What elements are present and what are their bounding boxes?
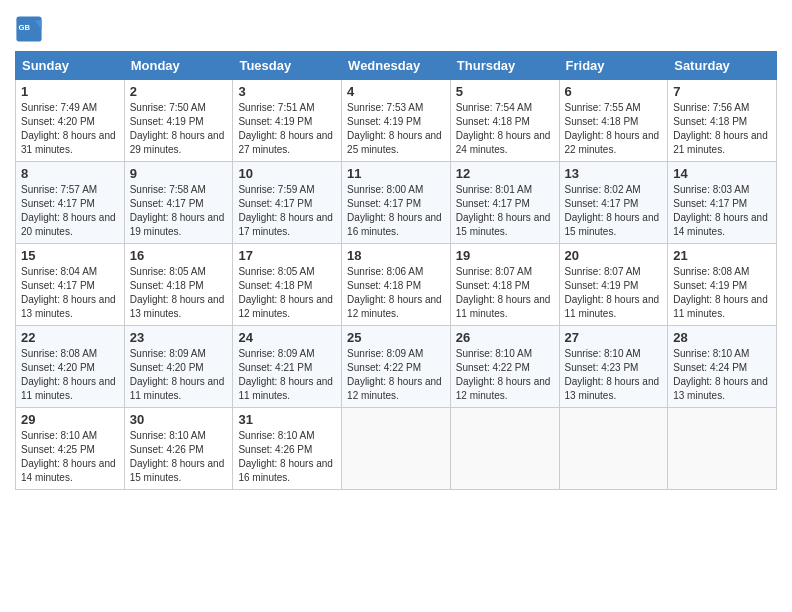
- day-number: 19: [456, 248, 554, 263]
- day-info: Sunrise: 8:08 AMSunset: 4:20 PMDaylight:…: [21, 347, 119, 403]
- calendar-week-row: 22Sunrise: 8:08 AMSunset: 4:20 PMDayligh…: [16, 326, 777, 408]
- calendar-day-cell: 2Sunrise: 7:50 AMSunset: 4:19 PMDaylight…: [124, 80, 233, 162]
- calendar-day-header: Thursday: [450, 52, 559, 80]
- calendar-day-header: Friday: [559, 52, 668, 80]
- day-info: Sunrise: 8:08 AMSunset: 4:19 PMDaylight:…: [673, 265, 771, 321]
- calendar-day-header: Tuesday: [233, 52, 342, 80]
- day-info: Sunrise: 8:01 AMSunset: 4:17 PMDaylight:…: [456, 183, 554, 239]
- day-number: 25: [347, 330, 445, 345]
- calendar-day-cell: 18Sunrise: 8:06 AMSunset: 4:18 PMDayligh…: [342, 244, 451, 326]
- day-number: 9: [130, 166, 228, 181]
- calendar-day-cell: 12Sunrise: 8:01 AMSunset: 4:17 PMDayligh…: [450, 162, 559, 244]
- day-number: 21: [673, 248, 771, 263]
- day-info: Sunrise: 7:50 AMSunset: 4:19 PMDaylight:…: [130, 101, 228, 157]
- day-info: Sunrise: 8:05 AMSunset: 4:18 PMDaylight:…: [130, 265, 228, 321]
- day-number: 2: [130, 84, 228, 99]
- calendar-day-cell: 31Sunrise: 8:10 AMSunset: 4:26 PMDayligh…: [233, 408, 342, 490]
- day-info: Sunrise: 8:09 AMSunset: 4:22 PMDaylight:…: [347, 347, 445, 403]
- day-info: Sunrise: 8:07 AMSunset: 4:18 PMDaylight:…: [456, 265, 554, 321]
- calendar-day-cell: 15Sunrise: 8:04 AMSunset: 4:17 PMDayligh…: [16, 244, 125, 326]
- day-number: 6: [565, 84, 663, 99]
- calendar-day-header: Sunday: [16, 52, 125, 80]
- calendar-day-cell: 17Sunrise: 8:05 AMSunset: 4:18 PMDayligh…: [233, 244, 342, 326]
- logo: GB: [15, 15, 47, 43]
- calendar-day-cell: 26Sunrise: 8:10 AMSunset: 4:22 PMDayligh…: [450, 326, 559, 408]
- calendar-day-cell: 28Sunrise: 8:10 AMSunset: 4:24 PMDayligh…: [668, 326, 777, 408]
- calendar-day-cell: 22Sunrise: 8:08 AMSunset: 4:20 PMDayligh…: [16, 326, 125, 408]
- day-info: Sunrise: 7:51 AMSunset: 4:19 PMDaylight:…: [238, 101, 336, 157]
- day-info: Sunrise: 8:06 AMSunset: 4:18 PMDaylight:…: [347, 265, 445, 321]
- day-number: 26: [456, 330, 554, 345]
- calendar-day-cell: 9Sunrise: 7:58 AMSunset: 4:17 PMDaylight…: [124, 162, 233, 244]
- day-info: Sunrise: 8:07 AMSunset: 4:19 PMDaylight:…: [565, 265, 663, 321]
- day-info: Sunrise: 8:10 AMSunset: 4:23 PMDaylight:…: [565, 347, 663, 403]
- day-number: 1: [21, 84, 119, 99]
- calendar-day-cell: 3Sunrise: 7:51 AMSunset: 4:19 PMDaylight…: [233, 80, 342, 162]
- day-info: Sunrise: 7:59 AMSunset: 4:17 PMDaylight:…: [238, 183, 336, 239]
- day-info: Sunrise: 7:49 AMSunset: 4:20 PMDaylight:…: [21, 101, 119, 157]
- day-info: Sunrise: 8:03 AMSunset: 4:17 PMDaylight:…: [673, 183, 771, 239]
- calendar-day-cell: 21Sunrise: 8:08 AMSunset: 4:19 PMDayligh…: [668, 244, 777, 326]
- day-info: Sunrise: 8:10 AMSunset: 4:24 PMDaylight:…: [673, 347, 771, 403]
- calendar-day-cell: 23Sunrise: 8:09 AMSunset: 4:20 PMDayligh…: [124, 326, 233, 408]
- calendar-day-cell: [559, 408, 668, 490]
- calendar-day-cell: 10Sunrise: 7:59 AMSunset: 4:17 PMDayligh…: [233, 162, 342, 244]
- calendar-week-row: 1Sunrise: 7:49 AMSunset: 4:20 PMDaylight…: [16, 80, 777, 162]
- calendar-week-row: 29Sunrise: 8:10 AMSunset: 4:25 PMDayligh…: [16, 408, 777, 490]
- day-info: Sunrise: 7:54 AMSunset: 4:18 PMDaylight:…: [456, 101, 554, 157]
- day-number: 20: [565, 248, 663, 263]
- day-number: 17: [238, 248, 336, 263]
- day-number: 8: [21, 166, 119, 181]
- day-number: 12: [456, 166, 554, 181]
- calendar-day-header: Saturday: [668, 52, 777, 80]
- calendar-day-cell: [450, 408, 559, 490]
- calendar-day-cell: 27Sunrise: 8:10 AMSunset: 4:23 PMDayligh…: [559, 326, 668, 408]
- calendar-day-cell: 25Sunrise: 8:09 AMSunset: 4:22 PMDayligh…: [342, 326, 451, 408]
- svg-text:GB: GB: [19, 23, 31, 32]
- day-number: 28: [673, 330, 771, 345]
- day-info: Sunrise: 8:00 AMSunset: 4:17 PMDaylight:…: [347, 183, 445, 239]
- day-number: 5: [456, 84, 554, 99]
- day-number: 13: [565, 166, 663, 181]
- calendar-day-cell: 13Sunrise: 8:02 AMSunset: 4:17 PMDayligh…: [559, 162, 668, 244]
- calendar-header-row: SundayMondayTuesdayWednesdayThursdayFrid…: [16, 52, 777, 80]
- calendar-day-cell: 20Sunrise: 8:07 AMSunset: 4:19 PMDayligh…: [559, 244, 668, 326]
- calendar-day-cell: 30Sunrise: 8:10 AMSunset: 4:26 PMDayligh…: [124, 408, 233, 490]
- calendar-day-cell: 8Sunrise: 7:57 AMSunset: 4:17 PMDaylight…: [16, 162, 125, 244]
- day-number: 27: [565, 330, 663, 345]
- calendar-day-header: Monday: [124, 52, 233, 80]
- page-container: GB SundayMondayTuesdayWednesdayThursdayF…: [0, 0, 792, 500]
- day-number: 14: [673, 166, 771, 181]
- day-info: Sunrise: 8:09 AMSunset: 4:20 PMDaylight:…: [130, 347, 228, 403]
- calendar-day-header: Wednesday: [342, 52, 451, 80]
- day-number: 3: [238, 84, 336, 99]
- calendar-day-cell: [342, 408, 451, 490]
- day-number: 11: [347, 166, 445, 181]
- day-info: Sunrise: 8:10 AMSunset: 4:26 PMDaylight:…: [130, 429, 228, 485]
- day-info: Sunrise: 8:04 AMSunset: 4:17 PMDaylight:…: [21, 265, 119, 321]
- calendar-day-cell: 14Sunrise: 8:03 AMSunset: 4:17 PMDayligh…: [668, 162, 777, 244]
- day-number: 24: [238, 330, 336, 345]
- day-info: Sunrise: 8:05 AMSunset: 4:18 PMDaylight:…: [238, 265, 336, 321]
- calendar-day-cell: 29Sunrise: 8:10 AMSunset: 4:25 PMDayligh…: [16, 408, 125, 490]
- day-number: 31: [238, 412, 336, 427]
- day-info: Sunrise: 7:56 AMSunset: 4:18 PMDaylight:…: [673, 101, 771, 157]
- day-number: 30: [130, 412, 228, 427]
- logo-icon: GB: [15, 15, 43, 43]
- calendar-week-row: 15Sunrise: 8:04 AMSunset: 4:17 PMDayligh…: [16, 244, 777, 326]
- day-info: Sunrise: 8:10 AMSunset: 4:22 PMDaylight:…: [456, 347, 554, 403]
- calendar-table: SundayMondayTuesdayWednesdayThursdayFrid…: [15, 51, 777, 490]
- day-info: Sunrise: 7:53 AMSunset: 4:19 PMDaylight:…: [347, 101, 445, 157]
- calendar-day-cell: 6Sunrise: 7:55 AMSunset: 4:18 PMDaylight…: [559, 80, 668, 162]
- day-number: 10: [238, 166, 336, 181]
- day-number: 18: [347, 248, 445, 263]
- day-number: 29: [21, 412, 119, 427]
- day-number: 23: [130, 330, 228, 345]
- day-number: 15: [21, 248, 119, 263]
- day-info: Sunrise: 7:55 AMSunset: 4:18 PMDaylight:…: [565, 101, 663, 157]
- day-info: Sunrise: 8:02 AMSunset: 4:17 PMDaylight:…: [565, 183, 663, 239]
- calendar-day-cell: 16Sunrise: 8:05 AMSunset: 4:18 PMDayligh…: [124, 244, 233, 326]
- calendar-day-cell: 7Sunrise: 7:56 AMSunset: 4:18 PMDaylight…: [668, 80, 777, 162]
- day-info: Sunrise: 8:10 AMSunset: 4:25 PMDaylight:…: [21, 429, 119, 485]
- day-number: 7: [673, 84, 771, 99]
